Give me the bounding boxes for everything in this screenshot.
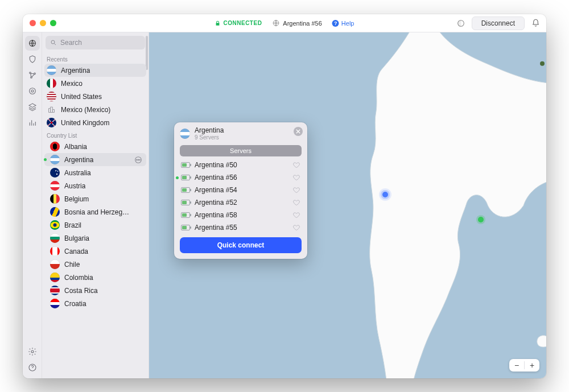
popover-tab-servers[interactable]: Servers [180, 145, 302, 156]
recent-row-mexico[interactable]: Mexico [44, 77, 146, 90]
titlebar: CONNECTED Argentina #56 ? Help Disconnec… [23, 14, 546, 32]
nav-shield[interactable] [25, 52, 40, 67]
country-row-austria[interactable]: Austria [44, 179, 146, 192]
current-server[interactable]: Argentina #56 [272, 19, 322, 27]
row-label: Argentina [61, 67, 90, 75]
row-label: Albania [64, 143, 87, 151]
country-row-chile[interactable]: Chile [44, 258, 146, 271]
nav-countries[interactable] [25, 36, 40, 51]
zoom-in-button[interactable]: + [525, 359, 539, 372]
flag-icon [47, 118, 56, 127]
favorite-icon[interactable] [292, 174, 300, 181]
server-label: Argentina #58 [195, 211, 237, 219]
app-window: CONNECTED Argentina #56 ? Help Disconnec… [23, 14, 546, 378]
sidebar-scrollbar[interactable] [146, 36, 148, 70]
recent-row-united-states[interactable]: United States [44, 90, 146, 103]
close-window-button[interactable] [30, 20, 36, 26]
country-row-australia[interactable]: Australia [44, 166, 146, 179]
quick-connect-button[interactable]: Quick connect [180, 237, 302, 253]
load-icon [181, 212, 190, 218]
svg-point-6 [29, 88, 35, 94]
country-row-bulgaria[interactable]: Bulgaria [44, 232, 146, 245]
country-row-croatia[interactable]: Croatia [44, 297, 146, 310]
country-row-canada[interactable]: Canada [44, 245, 146, 258]
search-icon [50, 39, 57, 46]
nav-presets[interactable] [25, 100, 40, 114]
svg-point-10 [51, 40, 55, 44]
section-country-list: Country List [44, 129, 146, 140]
flag-icon [50, 233, 60, 243]
stats-icon [28, 118, 37, 127]
gear-icon [28, 347, 37, 356]
server-row[interactable]: Argentina #52 [176, 196, 305, 209]
map-marker-chile[interactable] [382, 192, 388, 197]
target-icon [28, 86, 37, 96]
bell-icon [531, 19, 540, 27]
flag-icon [47, 65, 56, 75]
country-row-bosnia-and-herzeg-[interactable]: Bosnia and Herzeg… [44, 205, 146, 218]
recent-row-mexico-mexico-[interactable]: Mexico (Mexico) [44, 103, 146, 116]
flag-icon [50, 259, 60, 269]
server-row[interactable]: Argentina #56 [176, 171, 305, 184]
appearance-toggle[interactable] [455, 17, 467, 30]
nav-specialty[interactable] [25, 84, 40, 98]
favorite-icon[interactable] [292, 224, 300, 232]
row-label: Australia [64, 169, 91, 177]
flag-icon [47, 79, 56, 88]
flag-icon [50, 155, 60, 164]
load-icon [181, 200, 190, 205]
country-row-belgium[interactable]: Belgium [44, 192, 146, 205]
row-label: Chile [64, 261, 80, 269]
minimize-window-button[interactable] [40, 20, 46, 26]
favorite-icon[interactable] [292, 161, 300, 169]
row-label: Austria [64, 182, 85, 190]
country-row-costa-rica[interactable]: Costa Rica [44, 284, 146, 297]
svg-point-4 [34, 73, 35, 75]
layers-icon [28, 102, 37, 112]
favorite-icon[interactable] [292, 211, 300, 219]
country-row-brazil[interactable]: Brazil [44, 218, 146, 232]
flag-icon [50, 299, 60, 308]
server-row[interactable]: Argentina #54 [176, 184, 305, 196]
row-label: Croatia [64, 300, 86, 308]
recent-row-united-kingdom[interactable]: United Kingdom [44, 116, 146, 129]
row-label: Canada [64, 247, 88, 255]
map-marker-argentina[interactable] [478, 217, 484, 222]
zoom-out-button[interactable]: − [509, 359, 524, 372]
fullscreen-window-button[interactable] [50, 20, 56, 26]
shield-icon [28, 55, 37, 64]
server-row[interactable]: Argentina #50 [176, 159, 305, 171]
row-label: United States [61, 93, 102, 101]
row-label: Colombia [64, 274, 93, 282]
server-row[interactable]: Argentina #55 [176, 221, 305, 234]
more-icon[interactable] [134, 155, 143, 164]
row-label: Argentina [64, 156, 93, 164]
search-input[interactable]: Search [46, 36, 145, 49]
popover-close-button[interactable] [294, 127, 303, 136]
nav-stats[interactable] [25, 115, 40, 130]
recent-row-argentina[interactable]: Argentina [44, 64, 146, 77]
flag-icon [50, 207, 60, 217]
flag-icon [50, 286, 60, 295]
favorite-icon[interactable] [292, 199, 300, 207]
help-link[interactable]: ? Help [332, 20, 354, 27]
nav-support[interactable] [25, 360, 40, 375]
favorite-icon[interactable] [292, 186, 300, 194]
country-row-colombia[interactable]: Colombia [44, 271, 146, 284]
country-row-albania[interactable]: Albania [44, 140, 146, 153]
svg-point-12 [137, 159, 137, 160]
lock-icon [215, 20, 221, 26]
notifications-button[interactable] [529, 17, 542, 30]
disconnect-button[interactable]: Disconnect [472, 16, 525, 30]
server-row[interactable]: Argentina #58 [176, 209, 305, 221]
row-label: Costa Rica [64, 287, 98, 295]
globe-icon [272, 19, 279, 27]
zoom-controls: − + [509, 359, 539, 372]
country-row-argentina[interactable]: Argentina [44, 153, 146, 166]
nav-mesh[interactable] [25, 68, 40, 82]
load-icon [181, 187, 190, 193]
nav-settings[interactable] [25, 344, 40, 359]
question-icon [28, 363, 37, 372]
flag-icon [50, 246, 60, 256]
section-recents: Recents [44, 53, 146, 64]
